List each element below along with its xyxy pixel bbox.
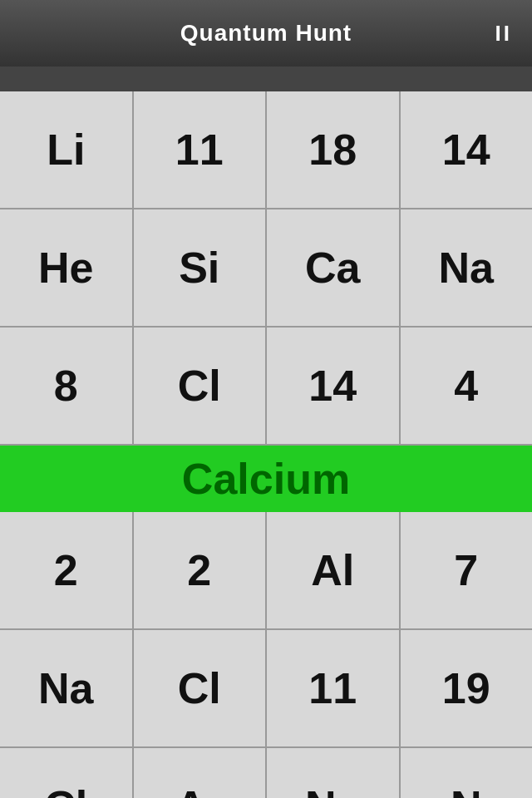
grid-row: 8 Cl 14 4 (0, 328, 532, 446)
grid-cell[interactable]: 2 (134, 512, 268, 628)
grid-cell[interactable]: Cl (0, 748, 134, 798)
grid-cell[interactable]: N (401, 748, 533, 798)
grid-cell[interactable]: Ar (134, 748, 268, 798)
grid-cell[interactable]: 11 (134, 91, 268, 208)
grid-row: He Si Ca Na (0, 209, 532, 328)
grid-row: Li 11 18 14 (0, 91, 532, 209)
grid-cell[interactable]: 19 (401, 630, 533, 746)
grid-cell[interactable]: 2 (0, 512, 134, 628)
grid-cell[interactable]: Ne (267, 748, 401, 798)
grid-cell[interactable]: 4 (401, 328, 533, 444)
grid-cell[interactable]: 7 (401, 512, 533, 628)
sub-header-bar (0, 66, 532, 91)
grid-row: Cl Ar Ne N (0, 748, 532, 798)
pause-button[interactable]: II (495, 21, 512, 47)
grid-cell[interactable]: Si (134, 209, 268, 326)
grid-cell[interactable]: 8 (0, 328, 134, 444)
grid-cell[interactable]: 14 (401, 91, 533, 208)
grid-cell[interactable]: 14 (267, 328, 401, 444)
app-header: Quantum Hunt II (0, 0, 532, 66)
grid-cell[interactable]: Ca (267, 209, 401, 326)
answer-banner: Calcium (0, 446, 532, 512)
grid-cell[interactable]: Li (0, 91, 134, 208)
grid-cell[interactable]: 18 (267, 91, 401, 208)
grid-cell[interactable]: 11 (267, 630, 401, 746)
grid-cell[interactable]: He (0, 209, 134, 326)
app-title: Quantum Hunt (180, 20, 352, 47)
grid-cell[interactable]: Cl (134, 328, 268, 444)
grid-row: 2 2 Al 7 (0, 512, 532, 630)
answer-text: Calcium (182, 454, 350, 504)
grid-cell[interactable]: Na (0, 630, 134, 746)
grid-cell[interactable]: Al (267, 512, 401, 628)
grid-row: Na Cl 11 19 (0, 630, 532, 748)
grid-cell[interactable]: Na (401, 209, 533, 326)
game-grid: Li 11 18 14 He Si Ca Na 8 Cl 14 4 Calciu… (0, 91, 532, 798)
grid-cell[interactable]: Cl (134, 630, 268, 746)
